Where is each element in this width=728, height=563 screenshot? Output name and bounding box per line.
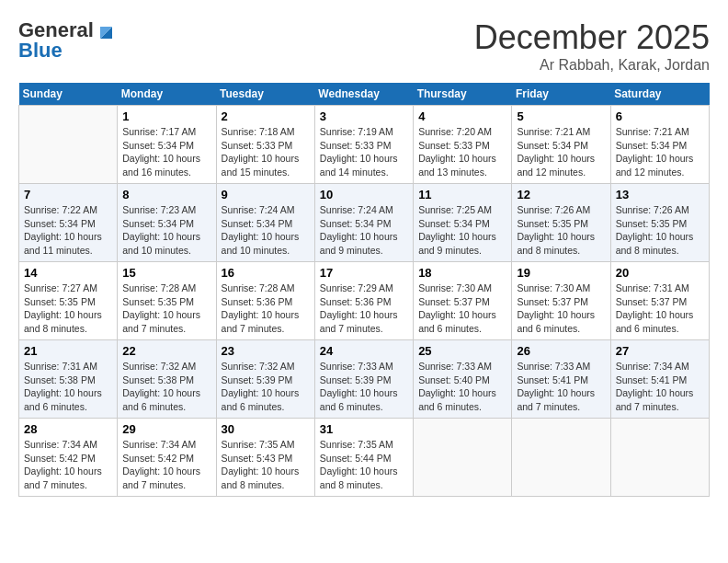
weekday-header-row: SundayMondayTuesdayWednesdayThursdayFrid… [19, 83, 710, 106]
calendar-cell: 9Sunrise: 7:24 AM Sunset: 5:34 PM Daylig… [216, 184, 314, 262]
day-number: 28 [24, 422, 112, 436]
day-info: Sunrise: 7:21 AM Sunset: 5:34 PM Dayligh… [517, 125, 605, 179]
calendar-cell: 10Sunrise: 7:24 AM Sunset: 5:34 PM Dayli… [314, 184, 413, 262]
day-number: 26 [517, 344, 605, 358]
calendar-cell: 14Sunrise: 7:27 AM Sunset: 5:35 PM Dayli… [19, 262, 118, 340]
calendar-table: SundayMondayTuesdayWednesdayThursdayFrid… [18, 83, 710, 497]
calendar-cell [512, 419, 610, 497]
day-info: Sunrise: 7:34 AM Sunset: 5:42 PM Dayligh… [122, 438, 210, 492]
day-info: Sunrise: 7:33 AM Sunset: 5:39 PM Dayligh… [320, 360, 408, 414]
day-number: 9 [222, 188, 310, 201]
calendar-cell: 18Sunrise: 7:30 AM Sunset: 5:37 PM Dayli… [414, 262, 512, 340]
page-header: General Blue December 2025 Ar Rabbah, Ka… [18, 18, 710, 74]
day-info: Sunrise: 7:25 AM Sunset: 5:34 PM Dayligh… [418, 203, 506, 258]
day-number: 1 [122, 109, 210, 123]
day-info: Sunrise: 7:22 AM Sunset: 5:34 PM Dayligh… [24, 203, 112, 258]
calendar-week-4: 21Sunrise: 7:31 AM Sunset: 5:38 PM Dayli… [19, 340, 710, 419]
day-number: 24 [320, 344, 408, 358]
day-number: 4 [418, 109, 506, 123]
calendar-cell: 17Sunrise: 7:29 AM Sunset: 5:36 PM Dayli… [314, 262, 413, 340]
calendar-cell: 11Sunrise: 7:25 AM Sunset: 5:34 PM Dayli… [414, 184, 512, 262]
logo-icon [96, 22, 112, 39]
day-number: 6 [616, 109, 704, 123]
weekday-header-monday: Monday [118, 83, 216, 106]
day-info: Sunrise: 7:35 AM Sunset: 5:43 PM Dayligh… [222, 438, 310, 492]
day-number: 5 [517, 109, 605, 123]
weekday-header-thursday: Thursday [414, 83, 512, 106]
day-info: Sunrise: 7:32 AM Sunset: 5:38 PM Dayligh… [122, 360, 210, 414]
calendar-cell: 4Sunrise: 7:20 AM Sunset: 5:33 PM Daylig… [414, 106, 512, 184]
day-number: 15 [122, 266, 210, 280]
calendar-cell [414, 419, 512, 497]
logo-blue: Blue [18, 39, 63, 63]
day-info: Sunrise: 7:33 AM Sunset: 5:40 PM Dayligh… [418, 360, 506, 414]
calendar-cell: 29Sunrise: 7:34 AM Sunset: 5:42 PM Dayli… [118, 419, 216, 497]
day-number: 21 [24, 344, 112, 358]
calendar-cell: 12Sunrise: 7:26 AM Sunset: 5:35 PM Dayli… [512, 184, 610, 262]
day-info: Sunrise: 7:30 AM Sunset: 5:37 PM Dayligh… [517, 282, 605, 336]
calendar-week-1: 1Sunrise: 7:17 AM Sunset: 5:34 PM Daylig… [19, 106, 710, 184]
calendar-cell: 24Sunrise: 7:33 AM Sunset: 5:39 PM Dayli… [314, 340, 413, 419]
calendar-week-3: 14Sunrise: 7:27 AM Sunset: 5:35 PM Dayli… [19, 262, 710, 340]
day-info: Sunrise: 7:26 AM Sunset: 5:35 PM Dayligh… [517, 203, 605, 258]
weekday-header-sunday: Sunday [19, 83, 118, 106]
day-info: Sunrise: 7:24 AM Sunset: 5:34 PM Dayligh… [222, 203, 310, 258]
calendar-cell: 1Sunrise: 7:17 AM Sunset: 5:34 PM Daylig… [118, 106, 216, 184]
day-info: Sunrise: 7:17 AM Sunset: 5:34 PM Dayligh… [122, 125, 210, 179]
calendar-cell: 30Sunrise: 7:35 AM Sunset: 5:43 PM Dayli… [216, 419, 314, 497]
calendar-cell: 7Sunrise: 7:22 AM Sunset: 5:34 PM Daylig… [19, 184, 118, 262]
day-number: 10 [320, 188, 408, 201]
day-info: Sunrise: 7:20 AM Sunset: 5:33 PM Dayligh… [418, 125, 506, 179]
day-info: Sunrise: 7:19 AM Sunset: 5:33 PM Dayligh… [320, 125, 408, 179]
day-number: 8 [122, 188, 210, 201]
weekday-header-wednesday: Wednesday [314, 83, 413, 106]
day-info: Sunrise: 7:34 AM Sunset: 5:42 PM Dayligh… [24, 438, 112, 492]
calendar-cell: 19Sunrise: 7:30 AM Sunset: 5:37 PM Dayli… [512, 262, 610, 340]
calendar-week-2: 7Sunrise: 7:22 AM Sunset: 5:34 PM Daylig… [19, 184, 710, 262]
day-number: 20 [616, 266, 704, 280]
day-number: 12 [517, 188, 605, 201]
calendar-cell: 15Sunrise: 7:28 AM Sunset: 5:35 PM Dayli… [118, 262, 216, 340]
calendar-cell: 23Sunrise: 7:32 AM Sunset: 5:39 PM Dayli… [216, 340, 314, 419]
calendar-cell: 22Sunrise: 7:32 AM Sunset: 5:38 PM Dayli… [118, 340, 216, 419]
calendar-cell: 8Sunrise: 7:23 AM Sunset: 5:34 PM Daylig… [118, 184, 216, 262]
calendar-cell [19, 106, 118, 184]
day-info: Sunrise: 7:31 AM Sunset: 5:37 PM Dayligh… [616, 282, 704, 336]
day-number: 18 [418, 266, 506, 280]
calendar-cell: 6Sunrise: 7:21 AM Sunset: 5:34 PM Daylig… [610, 106, 709, 184]
day-info: Sunrise: 7:23 AM Sunset: 5:34 PM Dayligh… [122, 203, 210, 258]
calendar-cell: 3Sunrise: 7:19 AM Sunset: 5:33 PM Daylig… [314, 106, 413, 184]
day-info: Sunrise: 7:18 AM Sunset: 5:33 PM Dayligh… [222, 125, 310, 179]
calendar-cell: 28Sunrise: 7:34 AM Sunset: 5:42 PM Dayli… [19, 419, 118, 497]
title-block: December 2025 Ar Rabbah, Karak, Jordan [474, 18, 710, 74]
day-info: Sunrise: 7:33 AM Sunset: 5:41 PM Dayligh… [517, 360, 605, 414]
month-title: December 2025 [474, 18, 710, 57]
day-info: Sunrise: 7:34 AM Sunset: 5:41 PM Dayligh… [616, 360, 704, 414]
day-number: 22 [122, 344, 210, 358]
calendar-week-5: 28Sunrise: 7:34 AM Sunset: 5:42 PM Dayli… [19, 419, 710, 497]
day-number: 30 [222, 422, 310, 436]
day-info: Sunrise: 7:29 AM Sunset: 5:36 PM Dayligh… [320, 282, 408, 336]
day-info: Sunrise: 7:26 AM Sunset: 5:35 PM Dayligh… [616, 203, 704, 258]
day-info: Sunrise: 7:31 AM Sunset: 5:38 PM Dayligh… [24, 360, 112, 414]
calendar-cell: 25Sunrise: 7:33 AM Sunset: 5:40 PM Dayli… [414, 340, 512, 419]
day-number: 13 [616, 188, 704, 201]
day-number: 23 [222, 344, 310, 358]
calendar-cell: 26Sunrise: 7:33 AM Sunset: 5:41 PM Dayli… [512, 340, 610, 419]
weekday-header-tuesday: Tuesday [216, 83, 314, 106]
day-number: 3 [320, 109, 408, 123]
calendar-cell: 16Sunrise: 7:28 AM Sunset: 5:36 PM Dayli… [216, 262, 314, 340]
calendar-cell: 5Sunrise: 7:21 AM Sunset: 5:34 PM Daylig… [512, 106, 610, 184]
day-info: Sunrise: 7:24 AM Sunset: 5:34 PM Dayligh… [320, 203, 408, 258]
day-number: 14 [24, 266, 112, 280]
calendar-cell [610, 419, 709, 497]
day-number: 27 [616, 344, 704, 358]
day-info: Sunrise: 7:32 AM Sunset: 5:39 PM Dayligh… [222, 360, 310, 414]
day-info: Sunrise: 7:21 AM Sunset: 5:34 PM Dayligh… [616, 125, 704, 179]
day-number: 25 [418, 344, 506, 358]
weekday-header-saturday: Saturday [610, 83, 709, 106]
day-info: Sunrise: 7:35 AM Sunset: 5:44 PM Dayligh… [320, 438, 408, 492]
location-subtitle: Ar Rabbah, Karak, Jordan [474, 57, 710, 74]
day-number: 16 [222, 266, 310, 280]
calendar-cell: 21Sunrise: 7:31 AM Sunset: 5:38 PM Dayli… [19, 340, 118, 419]
